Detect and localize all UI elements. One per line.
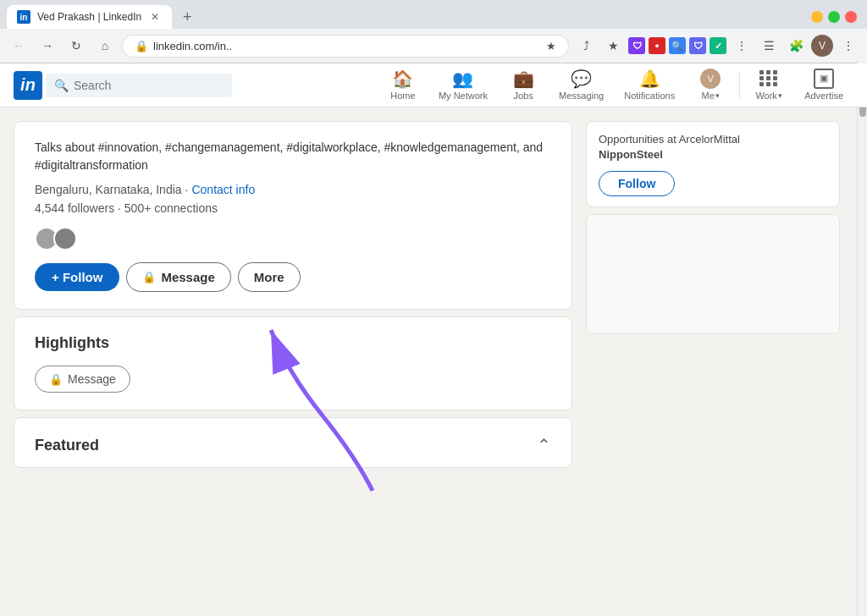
nav-item-work[interactable]: Work ▾ [743, 63, 794, 107]
notifications-icon: 🔔 [639, 69, 660, 89]
ext-icon-3[interactable]: 🛡 [689, 37, 706, 54]
window-maximize-btn[interactable] [828, 11, 840, 23]
window-minimize-btn[interactable] [811, 11, 823, 23]
extensions-btn[interactable]: 🧩 [784, 34, 808, 58]
settings-btn[interactable]: ⋮ [730, 34, 754, 58]
linkedin-app: in 🔍 🏠 Home 👥 My Network 💼 [0, 63, 867, 616]
profile-card: Talks about #innovation, #changemanageme… [14, 121, 572, 310]
bookmark-btn[interactable]: ★ [601, 34, 625, 58]
main-content: Talks about #innovation, #changemanageme… [0, 107, 867, 616]
profile-stats: 4,544 followers · 500+ connections [35, 201, 551, 215]
advertise-icon: ▣ [814, 69, 834, 89]
browser-chrome: in Ved Prakash | LinkedIn ✕ + ← → ↻ ⌂ 🔒 … [0, 0, 867, 63]
ext-icon-4[interactable]: ✓ [710, 37, 726, 54]
browser-controls: ← → ↻ ⌂ 🔒 linkedin.com/in.. ★ ⤴ ★ 🛡 ● 🔍 … [0, 29, 867, 63]
highlights-title: Highlights [35, 334, 551, 352]
nav-advertise-label: Advertise [804, 91, 843, 101]
ext-red-icon[interactable]: ● [649, 37, 665, 54]
work-chevron-icon: ▾ [778, 91, 782, 100]
nav-search-bar[interactable]: 🔍 [46, 74, 232, 97]
share-btn[interactable]: ⤴ [574, 34, 598, 58]
follow-button[interactable]: + Follow [35, 263, 119, 291]
right-card-text-1: Opportunities at ArcelorMittal NipponSte… [599, 132, 827, 162]
nav-home-label: Home [390, 91, 415, 101]
address-bar[interactable]: 🔒 linkedin.com/in.. ★ [122, 35, 569, 58]
linkedin-navbar: in 🔍 🏠 Home 👥 My Network 💼 [0, 63, 867, 107]
highlights-message-btn[interactable]: 🔒 Message [35, 366, 130, 393]
ext-shield-icon[interactable]: 🛡 [628, 37, 645, 54]
sidebar-btn[interactable]: ☰ [757, 34, 781, 58]
scrollbar-track [857, 61, 867, 616]
tab-title: Ved Prakash | LinkedIn [37, 11, 141, 23]
right-panel-card-1: Opportunities at ArcelorMittal NipponSte… [586, 121, 840, 207]
profile-connections [35, 227, 551, 250]
nav-network-label: My Network [439, 91, 488, 101]
nav-divider [739, 72, 740, 99]
nav-items: 🏠 Home 👥 My Network 💼 Jobs 💬 Messaging [378, 63, 853, 107]
message-button[interactable]: 🔒 Message [126, 262, 230, 292]
nav-jobs-label: Jobs [513, 91, 533, 101]
window-close-btn[interactable] [845, 11, 857, 23]
nav-item-advertise[interactable]: ▣ Advertise [794, 63, 853, 107]
browser-titlebar: in Ved Prakash | LinkedIn ✕ + [0, 0, 867, 29]
highlights-lock-icon: 🔒 [49, 373, 63, 386]
profile-location: Bengaluru, Karnataka, India · Contact in… [35, 183, 551, 196]
nav-item-jobs[interactable]: 💼 Jobs [498, 63, 549, 107]
message-button-label: Message [161, 270, 214, 284]
ext-icon-2[interactable]: 🔍 [669, 37, 686, 54]
me-chevron-icon: ▾ [715, 91, 720, 100]
contact-info-link[interactable]: Contact info [191, 183, 255, 196]
profile-bio: Talks about #innovation, #changemanageme… [35, 139, 551, 174]
back-btn[interactable]: ← [7, 34, 30, 58]
right-card-empty [587, 215, 839, 333]
nav-item-network[interactable]: 👥 My Network [428, 63, 498, 107]
home-icon: 🏠 [393, 69, 413, 89]
browser-menu-btn[interactable]: ⋮ [837, 34, 860, 58]
browser-avatar[interactable]: V [811, 35, 833, 57]
jobs-icon: 💼 [513, 69, 533, 89]
nav-item-me[interactable]: V Me ▾ [685, 63, 736, 107]
highlights-message-label: Message [68, 372, 116, 386]
url-text: linkedin.com/in.. [153, 40, 541, 52]
browser-actions: ⤴ ★ 🛡 ● 🔍 🛡 ✓ ⋮ ☰ 🧩 V ⋮ [574, 34, 860, 58]
featured-chevron-icon[interactable]: ⌃ [537, 435, 551, 455]
tab-close-btn[interactable]: ✕ [148, 10, 162, 24]
location-text: Bengaluru, Karnataka, India [35, 183, 182, 196]
nav-item-home[interactable]: 🏠 Home [378, 63, 428, 107]
profile-actions: + Follow 🔒 Message More [35, 262, 551, 292]
nav-me-label: Me [702, 91, 715, 101]
location-separator: · [185, 183, 189, 196]
nav-work-label: Work [755, 91, 776, 101]
nav-item-messaging[interactable]: 💬 Messaging [549, 63, 614, 107]
right-panel-follow-btn[interactable]: Follow [599, 171, 675, 196]
search-icon: 🔍 [54, 79, 69, 92]
message-lock-icon: 🔒 [142, 271, 156, 283]
network-icon: 👥 [453, 69, 473, 89]
forward-btn[interactable]: → [36, 34, 59, 58]
more-button[interactable]: More [238, 262, 301, 292]
search-input[interactable] [74, 79, 224, 92]
nav-notifications-label: Notifications [624, 91, 675, 101]
featured-card: Featured ⌃ [14, 417, 572, 468]
page-wrapper: in Ved Prakash | LinkedIn ✕ + ← → ↻ ⌂ 🔒 … [0, 0, 867, 616]
nav-messaging-label: Messaging [559, 91, 604, 101]
featured-title: Featured [35, 437, 99, 454]
refresh-btn[interactable]: ↻ [64, 34, 88, 58]
content-left: Talks about #innovation, #changemanageme… [14, 121, 572, 605]
me-avatar: V [700, 69, 721, 89]
work-icon [759, 69, 779, 89]
linkedin-favicon: in [17, 10, 30, 24]
messaging-icon: 💬 [572, 69, 592, 89]
linkedin-logo[interactable]: in [14, 71, 42, 100]
right-card-title: NipponSteel [599, 148, 663, 161]
home-btn[interactable]: ⌂ [93, 34, 117, 58]
right-panel-card-2 [586, 214, 840, 334]
browser-tab-active[interactable]: in Ved Prakash | LinkedIn ✕ [7, 5, 172, 29]
nav-item-notifications[interactable]: 🔔 Notifications [614, 63, 685, 107]
connection-avatar-2 [53, 227, 77, 250]
content-right: Opportunities at ArcelorMittal NipponSte… [586, 121, 840, 605]
new-tab-btn[interactable]: + [175, 5, 199, 29]
right-card-1-content: Opportunities at ArcelorMittal NipponSte… [587, 122, 839, 206]
highlights-card: Highlights 🔒 Message [14, 316, 572, 410]
